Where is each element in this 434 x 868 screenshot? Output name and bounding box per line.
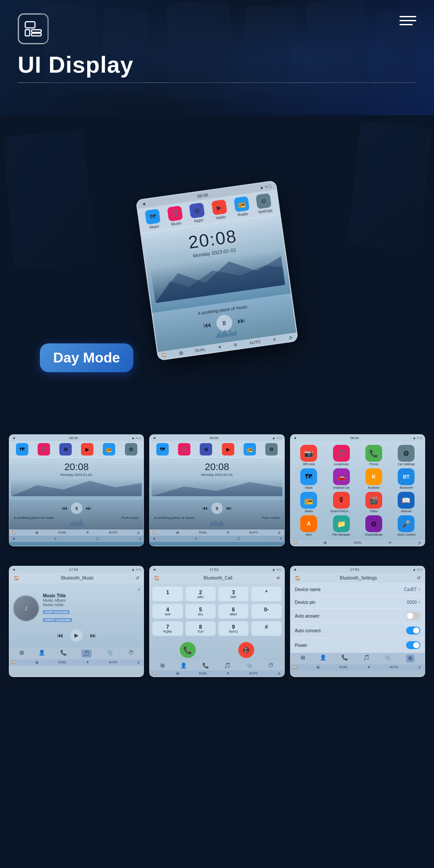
screen5-home-icon[interactable]: 🏠 — [154, 576, 159, 580]
screen4-home-icon[interactable]: 🏠 — [14, 576, 19, 580]
screen4-back-icon[interactable]: ◄ — [12, 568, 16, 572]
s4-person-icon[interactable]: 👤 — [39, 650, 45, 658]
s2-vedio-icon[interactable]: ▶ — [222, 443, 234, 455]
screen5-close-icon[interactable]: ✕ — [276, 576, 280, 580]
s2-back2-icon[interactable]: ◄ — [152, 537, 155, 541]
s1-vol-icon[interactable]: 🔊 — [137, 531, 141, 534]
s4-grid-icon[interactable]: ⊞ — [19, 650, 24, 658]
s4-play-btn[interactable]: ▶ — [70, 629, 83, 642]
s2-vol-icon[interactable]: 🔊 — [278, 531, 282, 534]
dial-key-1[interactable]: 1 — [152, 587, 182, 601]
dial-key-star[interactable]: * — [251, 587, 281, 601]
grid-localmusic[interactable]: 🎵 Localmusic — [326, 445, 356, 466]
dial-hangup-btn[interactable]: 📵 — [238, 642, 254, 658]
s5-power-icon[interactable]: ⏻ — [176, 672, 179, 675]
s5-clip-icon[interactable]: 📎 — [246, 662, 253, 669]
grid-dispsettings[interactable]: ⚙ DispSettings — [359, 515, 388, 536]
s4-home2-icon[interactable]: 🏠 — [12, 661, 16, 664]
s4-snow2-icon[interactable]: ❄ — [86, 661, 89, 664]
bts-power-toggle[interactable] — [406, 641, 420, 649]
dial-key-6[interactable]: 6MNO — [218, 604, 248, 619]
s4-clock-icon[interactable]: ⏱ — [128, 650, 134, 658]
s3-power-icon[interactable]: ⏻ — [324, 541, 327, 545]
screen3-back-icon[interactable]: ◄ — [293, 436, 297, 440]
app-apps[interactable]: ⊞ Apps — [189, 202, 206, 223]
dial-key-0dash[interactable]: 0- — [251, 604, 281, 619]
s1-home-icon[interactable]: 🏠 — [12, 531, 16, 534]
grid-radio[interactable]: 📻 Radio — [294, 492, 324, 513]
s4-clip-icon[interactable]: 📎 — [107, 650, 113, 658]
s2-sound-icon[interactable]: 🎵 — [236, 537, 240, 541]
app-settings[interactable]: ⚙ Settings — [256, 193, 272, 214]
s4-prev-btn[interactable]: ⏮ — [57, 632, 63, 639]
grid-carsettings[interactable]: ⚙ Car Settings — [391, 445, 421, 466]
dial-key-5[interactable]: 5JKL — [186, 604, 216, 619]
s1-radio-icon[interactable]: 📻 — [103, 443, 115, 455]
dial-call-btn[interactable]: 📞 — [180, 642, 196, 658]
s5-vol-icon[interactable]: 🔊 — [278, 672, 282, 675]
grid-kuwood[interactable]: K Kuwood — [359, 468, 388, 489]
menu-button[interactable] — [399, 16, 416, 25]
s2-snow-icon[interactable]: ❄ — [227, 531, 229, 534]
s6-snow-icon[interactable]: ❄ — [368, 666, 370, 669]
grid-avin[interactable]: A Avin — [294, 515, 324, 536]
s1-settings-icon[interactable]: ⚙ — [125, 443, 137, 455]
bottom-refresh-icon[interactable]: ↺ — [272, 337, 276, 342]
bottom-power-icon[interactable]: ⏻ — [178, 350, 183, 355]
s2-next-btn[interactable]: ⏭ — [226, 505, 232, 511]
grid-voicecontrol[interactable]: 🎤 Voice Control — [391, 515, 421, 536]
screen6-home-icon[interactable]: 🏠 — [295, 576, 300, 580]
s1-prev-btn[interactable]: ⏮ — [62, 505, 67, 511]
s6-vol-icon[interactable]: 🔊 — [418, 666, 422, 669]
grid-filemanager[interactable]: 📁 File Manager — [326, 515, 356, 536]
screen1-back-icon[interactable]: ◄ — [12, 436, 16, 440]
bottom-home-icon[interactable]: 🏠 — [162, 352, 167, 357]
grid-phone[interactable]: 📞 Phone — [359, 445, 388, 466]
s4-phone-icon[interactable]: 📞 — [60, 650, 67, 658]
grid-originalcar[interactable]: 🚗 Original Car — [326, 468, 356, 489]
app-music[interactable]: 🎵 Music — [167, 205, 184, 226]
app-radio[interactable]: 📻 Radio — [233, 196, 250, 217]
s1-vedio-icon[interactable]: ▶ — [81, 443, 93, 455]
s3-snow-icon[interactable]: ❄ — [389, 541, 391, 545]
s5-home-icon[interactable]: 🏠 — [152, 672, 156, 675]
s6-phone-icon[interactable]: 📞 — [341, 654, 348, 662]
s2-power-icon[interactable]: ⏻ — [176, 531, 179, 534]
grid-manual[interactable]: 📖 Manual — [391, 492, 421, 513]
s4-next-btn[interactable]: ⏭ — [90, 632, 96, 639]
grid-bluetooth[interactable]: BT Bluetooth — [391, 468, 421, 489]
s2-settings-icon[interactable]: ⚙ — [265, 443, 278, 455]
s5-clock-icon[interactable]: ⏱ — [268, 662, 274, 669]
s1-next-btn[interactable]: ⏭ — [86, 505, 91, 511]
s5-person-icon[interactable]: 👤 — [180, 662, 187, 669]
s1-play-btn[interactable]: ⏸ — [71, 502, 82, 514]
s2-maps-icon[interactable]: 🗺 — [156, 443, 169, 455]
s6-grid-icon[interactable]: ⊞ — [301, 654, 305, 662]
bottom-volume-icon[interactable]: 🔊 — [288, 335, 294, 339]
s3-home-icon[interactable]: 🏠 — [293, 541, 297, 545]
bottom-settings-icon[interactable]: ⚙ — [233, 343, 237, 347]
s5-phone-icon[interactable]: 📞 — [202, 662, 209, 669]
grid-soundrecorder[interactable]: 🎙 Sound Recorder — [326, 492, 356, 513]
bottom-snow-icon[interactable]: ❄ — [218, 345, 222, 350]
s1-back2-icon[interactable]: ◄ — [12, 537, 15, 541]
prev-button[interactable]: ⏮ — [203, 320, 212, 330]
play-pause-button[interactable]: ⏸ — [215, 314, 233, 332]
grid-video[interactable]: 🎬 Video — [359, 492, 388, 513]
s1-sound-icon[interactable]: 🎵 — [96, 537, 100, 541]
s2-home-icon[interactable]: 🏠 — [152, 531, 156, 534]
app-vedio[interactable]: ▶ Vedio — [211, 199, 228, 220]
s3-vol-icon[interactable]: 🔊 — [418, 541, 422, 545]
s5-music-icon[interactable]: 🎵 — [224, 662, 231, 669]
s1-music-icon[interactable]: 🎵 — [38, 443, 50, 455]
s6-home-icon[interactable]: 🏠 — [293, 666, 297, 669]
screen4-back-btn[interactable]: ↺ — [136, 576, 139, 580]
s6-music-icon[interactable]: 🎵 — [363, 654, 370, 662]
bts-device-name-chevron[interactable]: › — [418, 586, 420, 592]
grid-maps[interactable]: 🗺 Maps — [294, 468, 324, 489]
s2-prev-btn[interactable]: ⏮ — [202, 505, 208, 511]
screen6-back-icon[interactable]: ◄ — [293, 568, 297, 572]
grid-360view[interactable]: 📷 360 view — [294, 445, 324, 466]
s5-snow-icon[interactable]: ❄ — [227, 672, 229, 675]
s4-vol2-icon[interactable]: 🔊 — [137, 661, 141, 664]
